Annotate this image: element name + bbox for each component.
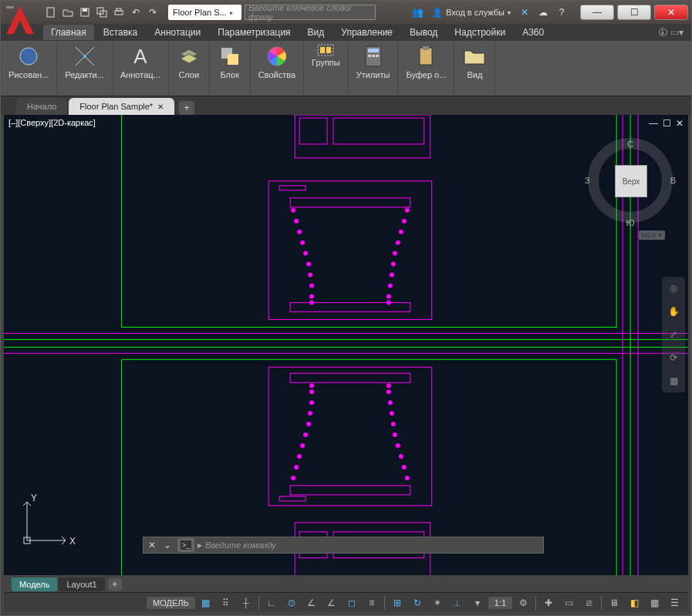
polar-icon[interactable]: ⊙ (282, 595, 301, 611)
help-icon[interactable]: ? (554, 5, 569, 20)
cmdline-input[interactable]: Введите команду (202, 540, 543, 550)
document-title-dropdown[interactable]: Floor Plan S... ▸ (168, 5, 241, 20)
redo-icon[interactable]: ↷ (145, 5, 160, 20)
open-icon[interactable] (60, 5, 76, 20)
add-layout-button[interactable]: + (108, 578, 122, 591)
file-tab-document[interactable]: Floor Plan Sample*✕ (69, 98, 174, 115)
infocenter-icon[interactable]: 👥 (410, 5, 426, 20)
units-icon[interactable]: ⎚ (579, 595, 598, 611)
viewcube-west[interactable]: З (585, 176, 590, 185)
svg-point-79 (391, 422, 396, 426)
annotation-button[interactable]: A Аннотац... (116, 42, 165, 81)
infer-constraints-icon[interactable]: ┼ (237, 595, 255, 611)
ribbon: Рисован... Редакти... A Аннотац... Слои (1, 41, 691, 96)
hardware-accel-icon[interactable]: ▦ (645, 595, 663, 611)
tab-annotate[interactable]: Аннотации (147, 25, 208, 40)
orbit-icon[interactable]: ⟳ (665, 349, 682, 366)
svg-text:Y: Y (31, 493, 37, 503)
search-input[interactable]: Введите ключевое слово/фразу (245, 5, 376, 20)
lineweight-icon[interactable]: ≡ (363, 595, 381, 611)
osnap-icon[interactable]: ◻ (343, 595, 361, 611)
grid-icon[interactable]: ▦ (197, 595, 215, 611)
tab-insert[interactable]: Вставка (96, 25, 146, 40)
app-logo[interactable] (2, 2, 38, 38)
undo-icon[interactable]: ↶ (128, 5, 143, 20)
draw-button[interactable]: Рисован... (4, 42, 53, 81)
layout-tab-layout1[interactable]: Layout1 (59, 577, 104, 591)
tab-a360[interactable]: A360 (515, 25, 552, 40)
print-icon[interactable] (111, 5, 127, 20)
steering-wheel-icon[interactable]: ◎ (665, 280, 682, 297)
workspace-icon[interactable]: ✚ (539, 595, 558, 611)
cmdline-close-icon[interactable]: ✕ (143, 540, 160, 550)
signin-button[interactable]: 👤 Вход в службы ▾ (429, 8, 514, 18)
modify-button[interactable]: Редакти... (60, 42, 109, 81)
snap-mode-icon[interactable]: ⠿ (217, 595, 235, 611)
gear-icon[interactable]: ⚙ (514, 595, 532, 611)
exchange-icon[interactable]: ✕ (517, 5, 532, 20)
tab-addins[interactable]: Надстройки (447, 25, 513, 40)
view-button[interactable]: Вид (457, 42, 491, 81)
save-icon[interactable] (77, 5, 93, 20)
new-icon[interactable] (43, 5, 59, 20)
model-space-button[interactable]: МОДЕЛЬ (147, 597, 195, 609)
featured-apps-icon[interactable]: 🛈 (658, 27, 667, 38)
utilities-button[interactable]: Утилиты (352, 42, 395, 81)
viewcube[interactable]: Верх С Ю В З (588, 138, 673, 223)
properties-button[interactable]: Свойства (254, 42, 300, 81)
group-icon (313, 44, 338, 56)
clipboard-button[interactable]: Буфер о... (401, 42, 451, 81)
viewcube-north[interactable]: С (627, 140, 633, 149)
minimize-button[interactable]: — (580, 5, 614, 20)
tab-manage[interactable]: Управление (333, 25, 400, 40)
block-button[interactable]: Блок (213, 42, 247, 81)
layers-button[interactable]: Слои (172, 42, 206, 81)
isodraft-icon[interactable]: ∠ (302, 595, 321, 611)
viewcube-south[interactable]: Ю (626, 218, 634, 227)
pan-icon[interactable]: ✋ (665, 303, 682, 320)
saveas-icon[interactable] (94, 5, 110, 20)
close-icon[interactable]: ✕ (157, 103, 164, 111)
clean-screen-icon[interactable]: ☰ (665, 595, 684, 611)
tab-parametric[interactable]: Параметризация (210, 25, 298, 40)
wcs-label: МСК (642, 231, 657, 239)
annotation-scale-button[interactable]: 1:1 (488, 597, 512, 609)
selection-cycling-icon[interactable]: ↻ (408, 595, 427, 611)
groups-button[interactable]: Группы (307, 42, 345, 69)
ribbon-collapse-icon[interactable]: ▭▾ (670, 27, 684, 38)
close-button[interactable]: ✕ (654, 5, 688, 20)
svg-point-53 (396, 241, 400, 245)
ortho-icon[interactable]: ∟ (262, 595, 281, 611)
svg-point-70 (309, 383, 314, 388)
svg-point-84 (297, 454, 302, 459)
tab-home[interactable]: Главная (43, 25, 94, 40)
svg-point-77 (390, 411, 394, 416)
svg-rect-2 (47, 8, 54, 17)
showmotion-icon[interactable]: ▦ (665, 372, 682, 389)
wcs-dropdown[interactable]: МСК▾ (639, 231, 665, 240)
svg-point-65 (387, 300, 391, 305)
zoom-extents-icon[interactable]: ⤢ (665, 326, 682, 343)
maximize-button[interactable]: ☐ (617, 5, 651, 20)
tab-output[interactable]: Вывод (402, 25, 445, 40)
viewcube-top-face[interactable]: Верх (615, 165, 647, 197)
ribbon-panel-layers: Слои (169, 41, 210, 96)
dynamic-ucs-icon[interactable]: ⟂ (448, 595, 467, 611)
viewcube-east[interactable]: В (670, 176, 676, 185)
layout-tab-model[interactable]: Модель (12, 577, 57, 591)
3dosnap-icon[interactable]: ✶ (428, 595, 447, 611)
annotation-monitor-icon[interactable]: ▭ (559, 595, 578, 611)
transparency-icon[interactable]: ⊞ (388, 595, 407, 611)
svg-point-83 (396, 443, 400, 448)
drawing-area[interactable]: [–][Сверху][2D-каркас] — ☐ ✕ (4, 115, 688, 575)
isolate-objects-icon[interactable]: ◧ (625, 595, 643, 611)
a360-icon[interactable]: ☁ (535, 5, 551, 20)
selection-filter-icon[interactable]: ▾ (468, 595, 487, 611)
quick-properties-icon[interactable]: 🖥 (605, 595, 623, 611)
add-tab-button[interactable]: + (179, 101, 194, 115)
file-tab-start[interactable]: Начало (16, 98, 67, 115)
command-line[interactable]: ✕ ⌄ >_ ▸ Введите команду (143, 537, 544, 554)
tab-view[interactable]: Вид (300, 25, 332, 40)
otrack-icon[interactable]: ∠ (322, 595, 341, 611)
cmdline-history-icon[interactable]: ⌄ (160, 540, 174, 550)
